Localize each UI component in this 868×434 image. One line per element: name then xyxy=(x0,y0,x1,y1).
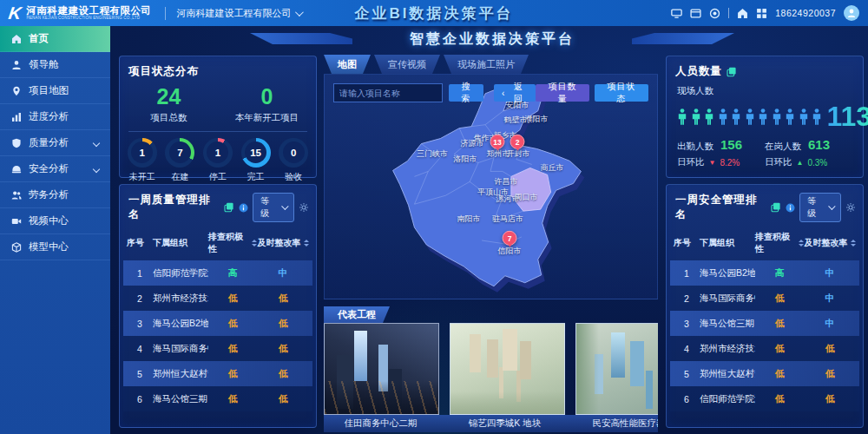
column-header[interactable]: 及时整改率 xyxy=(804,231,856,255)
project-marker-郑州市[interactable]: 13 xyxy=(490,135,505,149)
sidebar-item-label: 领导舱 xyxy=(29,58,59,71)
person-icon xyxy=(731,108,741,125)
info-icon[interactable] xyxy=(239,203,248,213)
row-index: 1 xyxy=(674,268,700,279)
divider xyxy=(128,131,307,132)
table-row[interactable]: 3海马公园B2地块二期低低 xyxy=(123,311,312,336)
sort-icon[interactable] xyxy=(304,240,309,247)
henan-map[interactable]: 安阳市鹤壁市濮阳市新乡市焦作市济源市三门峡市洛阳市郑州市开封市商丘市许昌市平顶山… xyxy=(325,75,657,299)
chevron-down-icon xyxy=(93,139,100,146)
donut-ring: 1 xyxy=(128,138,157,168)
table-row[interactable]: 4海马国际商务中心A1地...低低 xyxy=(123,336,312,361)
level-filter-dropdown[interactable]: 等级 xyxy=(799,193,841,222)
project-status-button[interactable]: 项目状态 xyxy=(595,84,648,102)
column-header[interactable]: 排查积极性 xyxy=(755,231,804,255)
project-caption: 民安高性能医疗器 xyxy=(572,418,658,430)
level-filter-dropdown[interactable]: 等级 xyxy=(253,193,294,222)
sidebar-item-video-center[interactable]: 视频中心 xyxy=(0,208,110,234)
row-index: 2 xyxy=(674,293,700,304)
tab-地图[interactable]: 地图 xyxy=(324,55,371,74)
sidebar-item-labor-analysis[interactable]: 劳务分析 xyxy=(0,182,110,208)
copy-doc-icon xyxy=(771,202,781,213)
org-name: 海马公园B2地块二期 xyxy=(700,267,755,279)
map-toolbar: 搜索 ‹返回 项目数量 项目状态 xyxy=(325,75,657,102)
table-row[interactable]: 2海马国际商务中心A1地...低中 xyxy=(670,286,859,311)
fix-level: 低 xyxy=(804,343,856,355)
sidebar-item-project-map[interactable]: 项目地图 xyxy=(0,78,110,104)
tab-宣传视频[interactable]: 宣传视频 xyxy=(374,55,440,74)
sidebar-item-leader-cockpit[interactable]: 领导舱 xyxy=(0,52,110,78)
table-row[interactable]: 6海马公馆三期低低 xyxy=(123,386,312,411)
gear-icon[interactable] xyxy=(845,202,856,213)
grid-icon[interactable] xyxy=(756,8,767,19)
fix-level: 低 xyxy=(257,368,309,380)
city-label-三门峡市[interactable]: 三门峡市 xyxy=(417,148,448,160)
table-row[interactable]: 1海马公园B2地块二期高中 xyxy=(670,260,859,286)
back-button[interactable]: ‹返回 xyxy=(494,84,536,102)
phone-number: 18624920037 xyxy=(775,8,836,18)
city-label-济源市[interactable]: 济源市 xyxy=(461,138,484,149)
showcase-tab[interactable]: 代表工程 xyxy=(324,306,390,323)
project-count-button[interactable]: 项目数量 xyxy=(536,84,589,102)
sidebar-item-quality-analysis[interactable]: 质量分析 xyxy=(0,130,110,156)
check-level: 高 xyxy=(208,267,257,279)
sidebar-item-label: 视频中心 xyxy=(29,214,69,227)
sidebar-item-model-center[interactable]: 模型中心 xyxy=(0,234,110,260)
city-label-濮阳市[interactable]: 濮阳市 xyxy=(525,114,549,125)
project-status-panel: 项目状态分布 24 项目总数 0 本年新开工项目 1未开工7在建1停工15完工0… xyxy=(119,56,317,178)
company-name: 河南科建建设工程有限公司 xyxy=(26,5,151,16)
column-header: 序号 xyxy=(127,231,153,255)
panel-title: 项目状态分布 xyxy=(128,64,199,79)
table-row[interactable]: 4郑州市经济技术开发区青...低低 xyxy=(670,336,859,361)
project-card[interactable] xyxy=(450,323,565,415)
gear-icon[interactable] xyxy=(299,202,309,213)
table-row[interactable]: 5郑州恒大赵村安置区A-0...低低 xyxy=(670,361,859,386)
ring-value: 1 xyxy=(215,148,220,158)
project-marker-信阳市[interactable]: 7 xyxy=(503,231,517,246)
table-row[interactable]: 5郑州恒大赵村安置区A-0...低低 xyxy=(123,361,312,386)
tab-现场施工照片[interactable]: 现场施工照片 xyxy=(444,55,529,74)
check-level: 低 xyxy=(755,368,804,380)
window-icon[interactable] xyxy=(690,8,701,19)
table-row[interactable]: 2郑州市经济技术开发区青...低低 xyxy=(123,286,312,311)
sort-icon[interactable] xyxy=(851,240,856,247)
panel-title: 人员数量 xyxy=(675,64,722,79)
org-name: 海马公馆三期 xyxy=(700,318,755,330)
city-label-驻马店市[interactable]: 驻马店市 xyxy=(492,214,523,225)
record-icon[interactable] xyxy=(709,8,720,19)
monitor-icon[interactable] xyxy=(671,8,682,19)
column-header[interactable]: 排查积极性 xyxy=(208,231,257,255)
person-icon xyxy=(677,108,687,125)
table-row[interactable]: 3海马公馆三期低中 xyxy=(670,311,859,336)
sidebar-item-label: 首页 xyxy=(29,32,49,45)
search-button[interactable]: 搜索 xyxy=(449,84,483,102)
cube-icon xyxy=(11,242,22,253)
city-label-南阳市[interactable]: 南阳市 xyxy=(457,214,481,225)
city-label-鹤壁市[interactable]: 鹤壁市 xyxy=(504,115,528,126)
sidebar-item-safety-analysis[interactable]: 安全分析 xyxy=(0,156,110,182)
table-row[interactable]: 1信阳师范学院淮河校区二...高中 xyxy=(123,260,312,286)
city-label-周口市[interactable]: 周口市 xyxy=(515,192,538,203)
org-selector[interactable]: 河南科建建设工程有限公司 xyxy=(165,7,301,20)
info-icon[interactable] xyxy=(786,203,795,213)
column-header[interactable]: 及时整改率 xyxy=(257,231,309,255)
project-search-input[interactable] xyxy=(333,83,443,102)
home-icon[interactable] xyxy=(737,8,748,19)
personnel-panel: 人员数量 现场人数 113 出勤人数156日环比▼8.2%在岗人数613日环比▲… xyxy=(666,56,864,178)
sidebar-item-home[interactable]: 首页 xyxy=(0,26,110,52)
city-label-洛阳市[interactable]: 洛阳市 xyxy=(454,154,477,165)
sidebar-item-progress-analysis[interactable]: 进度分析 xyxy=(0,104,110,130)
project-card[interactable] xyxy=(575,323,658,415)
shield-icon xyxy=(11,138,22,148)
city-label-商丘市[interactable]: 商丘市 xyxy=(541,162,564,174)
person-icon xyxy=(758,108,768,125)
ring-value: 0 xyxy=(291,148,296,158)
org-selector-label: 河南科建建设工程有限公司 xyxy=(176,7,291,20)
project-marker-开封市[interactable]: 2 xyxy=(510,135,525,149)
person-icon xyxy=(718,108,728,125)
user-avatar[interactable] xyxy=(844,5,859,21)
fix-level: 低 xyxy=(804,368,856,380)
project-card[interactable] xyxy=(324,323,439,415)
personnel-stat: 在岗人数613日环比▲0.3% xyxy=(765,137,852,168)
table-row[interactable]: 6信阳师范学院淮河校区二...低低 xyxy=(670,386,859,411)
